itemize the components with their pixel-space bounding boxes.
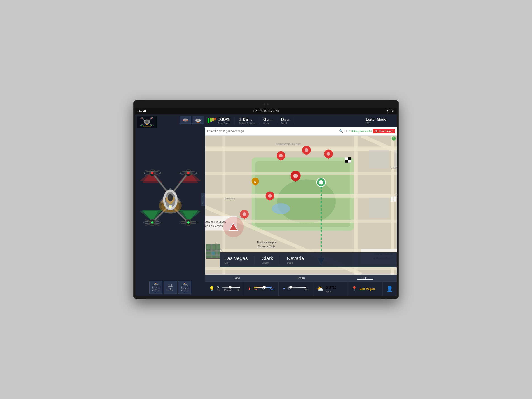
- svg-rect-151: [348, 160, 351, 162]
- hot-label: Hot: [254, 288, 258, 291]
- location-section[interactable]: 📍 Las Vegas: [348, 282, 383, 296]
- user-section[interactable]: 👤: [383, 282, 397, 296]
- svg-point-0: [387, 111, 388, 112]
- fold-arrow: ▲: [155, 282, 157, 284]
- unfold-icon: [181, 283, 188, 291]
- land-button[interactable]: Land: [229, 277, 244, 280]
- fold-icon: [152, 283, 159, 291]
- svg-rect-195: [391, 199, 393, 202]
- svg-rect-196: [393, 199, 396, 202]
- svg-rect-189: [207, 245, 210, 249]
- location-card: Las Vegas City Clark County Nevada State: [220, 252, 397, 267]
- svg-rect-123: [369, 198, 389, 218]
- drone-view: [135, 114, 205, 279]
- satellite-map-svg: [206, 244, 221, 259]
- city-item: Las Vegas City: [225, 255, 248, 264]
- svg-text:The Las Vegas: The Las Vegas: [257, 241, 276, 244]
- svg-point-75: [151, 222, 153, 224]
- search-input[interactable]: [207, 129, 338, 133]
- battery-label: Dump Power: [218, 122, 230, 124]
- satellite-minimap[interactable]: [206, 244, 221, 259]
- unfold-icon-box[interactable]: ▲: [178, 281, 191, 294]
- svg-point-169: [243, 212, 246, 216]
- height-label: Height: [263, 122, 269, 124]
- stats-bar: 100% Dump Power 1.05 KM Residual Distanc…: [205, 114, 397, 127]
- speed-label: Speed: [281, 122, 287, 124]
- distance-label: Residual Distance: [239, 122, 255, 124]
- height-value: 0: [263, 117, 266, 122]
- svg-point-102: [272, 203, 290, 214]
- lock-icon: [167, 284, 173, 291]
- state-item: Nevada State: [287, 255, 304, 264]
- speed-unit: Km/H: [285, 119, 290, 121]
- location-icon: 📍: [352, 286, 357, 291]
- location-name: Las Vegas: [359, 287, 375, 291]
- svg-rect-108: [205, 267, 397, 270]
- search-button[interactable]: 🔍: [339, 129, 343, 133]
- svg-rect-193: [391, 196, 393, 199]
- fan-icon: ✦: [282, 286, 286, 291]
- svg-rect-104: [205, 172, 397, 175]
- map-area[interactable]: Commercial Center E Karen Ave Laguna Ave…: [205, 136, 397, 274]
- bar1: [143, 111, 144, 112]
- svg-point-91: [155, 287, 157, 289]
- bar2: [144, 110, 145, 112]
- county-item: Clark County: [262, 255, 273, 264]
- svg-text:S Maryland Pkwy: S Maryland Pkwy: [395, 194, 397, 196]
- svg-point-73: [151, 172, 153, 174]
- loiter-button[interactable]: Loiter: [357, 276, 373, 280]
- svg-text:Country Club: Country Club: [258, 245, 275, 248]
- setting-success-text: Setting Successful: [351, 130, 372, 132]
- cloud-icon: ⛅: [317, 285, 324, 292]
- fold-icon-box[interactable]: ▲: [149, 281, 162, 294]
- main-content: !: [135, 114, 397, 296]
- svg-rect-121: [369, 150, 389, 168]
- clean-empty-label: Clean empty: [379, 130, 393, 132]
- county-name: Clark: [262, 255, 273, 261]
- city-type: City: [225, 261, 248, 264]
- svg-point-101: [277, 179, 336, 223]
- battery-stat: 100% Dump Power: [208, 117, 234, 124]
- state-type: State: [287, 261, 304, 264]
- status-right: 22: [386, 109, 393, 113]
- svg-point-163: [293, 173, 298, 178]
- svg-point-166: [268, 194, 272, 197]
- distance-stat: 1.05 KM Residual Distance: [239, 117, 259, 124]
- svg-line-1: [389, 109, 389, 110]
- light-off-text: Off: [236, 289, 240, 291]
- speed-value: 0: [281, 117, 284, 122]
- search-clear-button[interactable]: ✕: [344, 129, 347, 133]
- return-button[interactable]: Return: [292, 277, 309, 280]
- sidebar-toggle: ‹ ›: [201, 193, 205, 206]
- svg-rect-150: [345, 158, 348, 160]
- lock-icon-box[interactable]: [164, 281, 177, 294]
- svg-point-160: [327, 152, 330, 155]
- drone-main-svg: [138, 158, 203, 235]
- toggle-right-btn[interactable]: ›: [201, 200, 205, 206]
- temp-display: 30°C: [326, 285, 336, 290]
- clean-empty-button[interactable]: 🗑 Clean empty: [373, 129, 395, 133]
- toggle-left-btn[interactable]: ‹: [201, 193, 205, 200]
- divider2: [280, 255, 280, 264]
- bar3: [146, 110, 146, 112]
- windows-icon: [391, 196, 396, 202]
- svg-rect-95: [182, 285, 188, 291]
- battery-value: 100%: [218, 117, 230, 122]
- status-label: Status: [366, 121, 372, 124]
- light-on-text: On: [217, 289, 220, 291]
- bat-seg1: [208, 118, 209, 123]
- screen: 4G 11/27/2015 10:30 PM 22: [135, 108, 397, 296]
- signal-label: 4G: [139, 110, 142, 112]
- height-stat: 0 Meter Height: [263, 117, 277, 124]
- svg-text:Hilton Grand Vacations: Hilton Grand Vacations: [205, 220, 226, 223]
- satellite-label: Satellite Map: [206, 249, 215, 251]
- bat-seg4: [214, 118, 216, 120]
- svg-rect-191: [217, 245, 220, 249]
- distance-value: 1.05: [239, 117, 248, 122]
- height-unit: Meter: [267, 119, 273, 121]
- signal-count: 22: [391, 110, 393, 112]
- svg-text:Commercial Center: Commercial Center: [276, 142, 301, 146]
- cold-label: Cold: [270, 288, 274, 291]
- svg-point-76: [187, 222, 190, 224]
- datetime: 11/27/2015 10:30 PM: [253, 109, 279, 113]
